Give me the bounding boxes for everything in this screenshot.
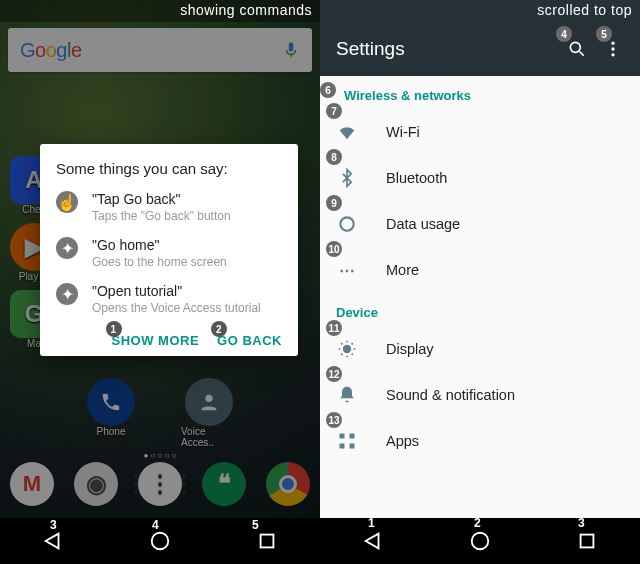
camera-icon[interactable]: ◉: [74, 462, 118, 506]
search-button[interactable]: 4: [566, 38, 588, 60]
suggestion-sub: Goes to the home screen: [92, 255, 227, 269]
row-label: Display: [386, 341, 434, 357]
home-button[interactable]: [149, 530, 171, 552]
suggestion-row[interactable]: ☝ "Tap Go back"Taps the "Go back" button: [56, 191, 282, 223]
app-label: Ma: [27, 338, 41, 349]
google-logo: Google: [20, 39, 82, 62]
voice-access-card: Some things you can say: ☝ "Tap Go back"…: [40, 144, 298, 356]
number-badge: 4: [556, 26, 572, 42]
google-search-bar[interactable]: Google: [8, 28, 312, 72]
number-badge: 1: [368, 516, 375, 530]
bell-icon: [336, 384, 358, 406]
chrome-icon[interactable]: [266, 462, 310, 506]
favorites-row: Phone Voice Acces..: [0, 378, 320, 448]
button-label: SHOW MORE: [112, 333, 200, 348]
svg-point-3: [570, 42, 580, 52]
status-text: showing commands: [180, 2, 312, 18]
section-title: Device: [336, 305, 378, 320]
recents-button[interactable]: [256, 530, 278, 552]
card-title: Some things you can say:: [56, 160, 282, 177]
navigation-bar: 3 4 5: [0, 518, 320, 564]
home-button[interactable]: [469, 530, 491, 552]
svg-rect-12: [350, 444, 355, 449]
dock: M ◉ ⋮⋮⋮ ❝: [0, 462, 320, 506]
phone-app[interactable]: Phone: [83, 378, 139, 448]
mic-icon[interactable]: [282, 41, 300, 59]
number-badge: 4: [152, 518, 159, 532]
svg-rect-14: [580, 535, 593, 548]
row-label: More: [386, 262, 419, 278]
overflow-menu-button[interactable]: 5: [602, 38, 624, 60]
section-header-device: Device: [320, 293, 640, 326]
svg-rect-9: [340, 434, 345, 439]
suggestion-row[interactable]: ✦ "Open tutorial"Opens the Voice Access …: [56, 283, 282, 315]
number-badge: 8: [326, 149, 342, 165]
svg-rect-10: [350, 434, 355, 439]
settings-row-sound[interactable]: 12 Sound & notification: [320, 372, 640, 418]
navigation-bar: 1 2 3: [320, 518, 640, 564]
settings-row-apps[interactable]: 13 Apps: [320, 418, 640, 464]
settings-screen: scrolled to top Settings 4 5 6 Wireless …: [320, 0, 640, 564]
card-buttons: 1SHOW MORE 2GO BACK: [56, 329, 282, 348]
settings-list[interactable]: 6 Wireless & networks 7 Wi-Fi 8 Bluetoot…: [320, 76, 640, 518]
svg-point-5: [611, 47, 614, 50]
back-button[interactable]: [42, 530, 64, 552]
display-icon: [336, 338, 358, 360]
suggestion-title: "Tap Go back": [92, 191, 231, 207]
status-text: scrolled to top: [537, 2, 632, 18]
app-label: Voice Acces..: [181, 426, 237, 448]
svg-rect-11: [340, 444, 345, 449]
number-badge: 6: [320, 82, 336, 98]
settings-row-wifi[interactable]: 7 Wi-Fi: [320, 109, 640, 155]
section-header-wireless: 6 Wireless & networks: [320, 76, 640, 109]
number-badge: 5: [596, 26, 612, 42]
data-usage-icon: [336, 213, 358, 235]
row-label: Sound & notification: [386, 387, 515, 403]
row-label: Bluetooth: [386, 170, 447, 186]
home-screen: showing commands Google AChec ▶Play M GM…: [0, 0, 320, 564]
status-bar: scrolled to top: [320, 0, 640, 22]
button-label: GO BACK: [217, 333, 282, 348]
voice-access-app[interactable]: Voice Acces..: [181, 378, 237, 448]
number-badge: 5: [252, 518, 259, 532]
settings-row-display[interactable]: 11 Display: [320, 326, 640, 372]
svg-point-7: [340, 217, 353, 230]
compass-icon: ✦: [56, 237, 78, 259]
more-icon: ⋯: [336, 259, 358, 281]
settings-row-data[interactable]: 9 Data usage: [320, 201, 640, 247]
recents-button[interactable]: [576, 530, 598, 552]
number-badge: 1: [106, 321, 122, 337]
app-label: Phone: [97, 426, 126, 437]
back-button[interactable]: [362, 530, 384, 552]
number-badge: 9: [326, 195, 342, 211]
number-badge: 3: [50, 518, 57, 532]
go-back-button[interactable]: 2GO BACK: [217, 333, 282, 348]
svg-point-8: [343, 345, 351, 353]
compass-icon: ✦: [56, 283, 78, 305]
overflow-icon: [603, 39, 623, 59]
show-more-button[interactable]: 1SHOW MORE: [112, 333, 200, 348]
suggestion-sub: Opens the Voice Access tutorial: [92, 301, 261, 315]
search-icon: [567, 39, 587, 59]
bluetooth-icon: [336, 167, 358, 189]
wifi-icon: [336, 121, 358, 143]
app-drawer-icon[interactable]: ⋮⋮⋮: [138, 462, 182, 506]
section-title: Wireless & networks: [344, 88, 471, 103]
suggestion-row[interactable]: ✦ "Go home"Goes to the home screen: [56, 237, 282, 269]
svg-point-1: [152, 533, 169, 550]
settings-row-more[interactable]: 10 ⋯ More: [320, 247, 640, 293]
row-label: Data usage: [386, 216, 460, 232]
number-badge: 11: [326, 320, 342, 336]
app-bar: Settings 4 5: [320, 22, 640, 76]
svg-point-4: [611, 42, 614, 45]
page-indicator: ● ○ ○ ○ ○: [0, 451, 320, 460]
svg-point-6: [611, 53, 614, 56]
settings-row-bluetooth[interactable]: 8 Bluetooth: [320, 155, 640, 201]
suggestion-title: "Go home": [92, 237, 227, 253]
row-label: Wi-Fi: [386, 124, 420, 140]
hangouts-icon[interactable]: ❝: [202, 462, 246, 506]
svg-point-13: [472, 533, 489, 550]
gmail-icon[interactable]: M: [10, 462, 54, 506]
number-badge: 2: [474, 516, 481, 530]
number-badge: 12: [326, 366, 342, 382]
